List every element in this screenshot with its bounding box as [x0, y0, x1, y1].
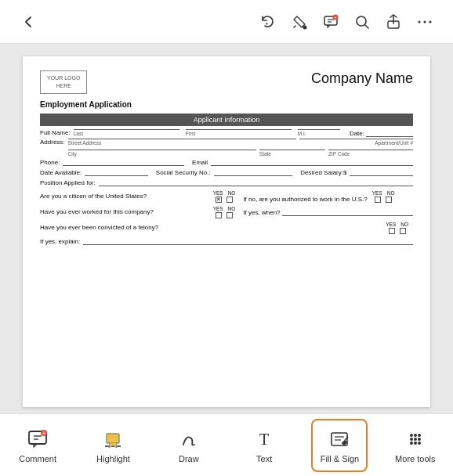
svg-point-11: [419, 20, 421, 23]
svg-point-33: [414, 434, 417, 437]
text-tool[interactable]: T Text: [236, 419, 292, 472]
search-icon[interactable]: [346, 6, 378, 38]
if-yes-when-label: If yes, when?: [243, 209, 280, 216]
document-area: YOUR LOGO HERE Company Name Employment A…: [0, 44, 453, 413]
auth-yes-checkbox[interactable]: [375, 197, 381, 203]
svg-text:+: +: [42, 430, 45, 435]
svg-point-12: [424, 20, 426, 23]
text-label: Text: [256, 454, 272, 463]
first-label: First: [186, 131, 292, 136]
svg-point-1: [303, 25, 307, 29]
svg-line-9: [365, 25, 368, 28]
company-name: Company Name: [311, 70, 413, 87]
svg-point-31: [410, 438, 413, 441]
fill-tool-icon[interactable]: [284, 6, 315, 38]
citizen-yes-checkbox[interactable]: [216, 197, 222, 203]
highlight-tool[interactable]: Highlight: [85, 419, 141, 472]
zip-label: ZIP Code: [328, 151, 413, 157]
svg-point-13: [429, 20, 432, 23]
svg-text:T: T: [259, 431, 269, 448]
highlight-label: Highlight: [96, 454, 130, 463]
svg-line-2: [299, 18, 303, 23]
citizen-no-checkbox[interactable]: [226, 197, 233, 203]
apt-label: Apartment/Unit #: [299, 140, 413, 146]
auth-no-header: NO: [387, 190, 395, 196]
svg-point-30: [418, 442, 421, 445]
street-label: Street Address: [68, 140, 296, 146]
svg-point-29: [410, 442, 413, 445]
convicted-no-checkbox[interactable]: [400, 228, 406, 234]
svg-text:+: +: [335, 15, 337, 20]
date-avail-label: Date Available:: [40, 169, 82, 176]
state-label: State: [259, 151, 325, 157]
svg-point-28: [418, 434, 421, 437]
comment-tool[interactable]: + Comment: [9, 419, 66, 472]
comment-icon[interactable]: +: [315, 6, 346, 38]
salary-label: Desired Salary:$: [300, 169, 346, 176]
position-label: Position Applied for:: [40, 179, 96, 186]
worked-no-checkbox[interactable]: [226, 212, 233, 218]
svg-point-27: [410, 434, 413, 437]
date-label: Date:: [350, 130, 364, 137]
last-label: Last: [74, 131, 179, 136]
svg-point-32: [418, 438, 421, 441]
explain-label: If yes, explain:: [40, 238, 80, 245]
top-toolbar: +: [0, 0, 453, 44]
full-name-label: Full Name:: [40, 129, 71, 136]
mi-label: M.I.: [298, 131, 340, 136]
undo-button[interactable]: [252, 6, 284, 38]
convicted-question: Have you ever been convicted of a felony…: [40, 224, 382, 231]
svg-rect-19: [107, 434, 119, 443]
citizen-question: Are you a citizen of the United States?: [40, 193, 210, 200]
share-icon[interactable]: [378, 6, 409, 38]
app-title: Employment Application: [40, 100, 413, 109]
address-label: Address:: [40, 139, 65, 146]
svg-point-35: [414, 438, 417, 441]
svg-point-8: [357, 16, 366, 26]
ssn-label: Social Security No.:: [156, 169, 211, 176]
email-label: Email: [192, 159, 208, 166]
phone-label: Phone:: [40, 159, 60, 166]
section-header: Applicant Information: [40, 114, 413, 126]
authorized-question: If no, are you authorized to work in the…: [243, 196, 367, 203]
no-header: NO: [228, 190, 236, 196]
city-label: City: [68, 151, 256, 157]
draw-label: Draw: [179, 454, 199, 463]
svg-point-34: [414, 442, 417, 445]
bottom-toolbar: + Comment Highlight Draw T Text: [0, 413, 453, 476]
draw-tool[interactable]: Draw: [161, 419, 217, 472]
logo-text: YOUR LOGO HERE: [47, 75, 80, 88]
logo-box: YOUR LOGO HERE: [40, 70, 87, 94]
fill-sign-tool[interactable]: Fill & Sign: [311, 419, 368, 472]
document-page: YOUR LOGO HERE Company Name Employment A…: [23, 56, 430, 407]
worked-yes-checkbox[interactable]: [216, 212, 222, 218]
auth-no-checkbox[interactable]: [386, 197, 392, 203]
yes-header: YES: [213, 190, 223, 196]
more-tools-tool[interactable]: More tools: [387, 419, 444, 472]
worked-question: Have you ever worked for this company?: [40, 208, 210, 215]
fill-sign-label: Fill & Sign: [321, 454, 360, 463]
auth-yes-header: YES: [372, 190, 382, 196]
comment-label: Comment: [19, 454, 56, 463]
more-tools-label: More tools: [395, 454, 435, 463]
more-icon[interactable]: [409, 6, 440, 38]
svg-marker-0: [266, 23, 268, 25]
back-button[interactable]: [13, 6, 44, 38]
convicted-yes-checkbox[interactable]: [389, 228, 395, 234]
